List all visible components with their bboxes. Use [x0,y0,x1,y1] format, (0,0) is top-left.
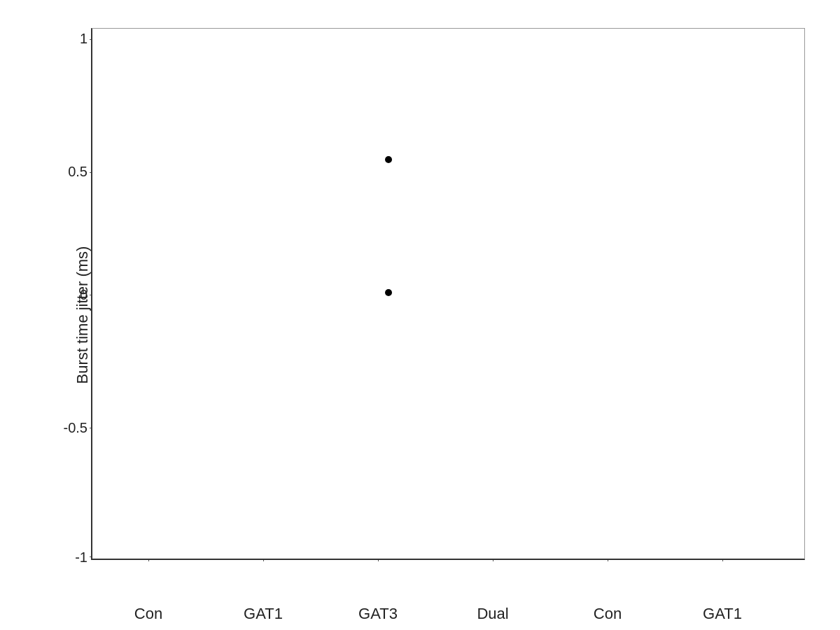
y-axis-label: Burst time jitter (ms) [74,246,92,384]
y-tick-5: -1 [49,550,88,566]
x-tick-con1: Con [134,605,162,623]
x-tick-con2: Con [594,605,622,623]
y-tick-4: -0.5 [49,420,88,436]
y-tick-2: 0.5 [49,164,88,180]
x-tick-gat1: GAT1 [244,605,283,623]
data-point-2 [385,156,392,163]
y-tick-1: 1 [49,31,88,47]
x-tick-dual: Dual [477,605,508,623]
x-tick-gat1-2: GAT1 [703,605,742,623]
data-point-1 [385,289,392,296]
y-tick-3: 0 [49,287,88,303]
chart-plot-area [91,28,805,560]
x-tick-gat3: GAT3 [358,605,398,623]
chart-container: Burst time jitter (ms) p value = 1 0.5 0… [0,0,840,630]
